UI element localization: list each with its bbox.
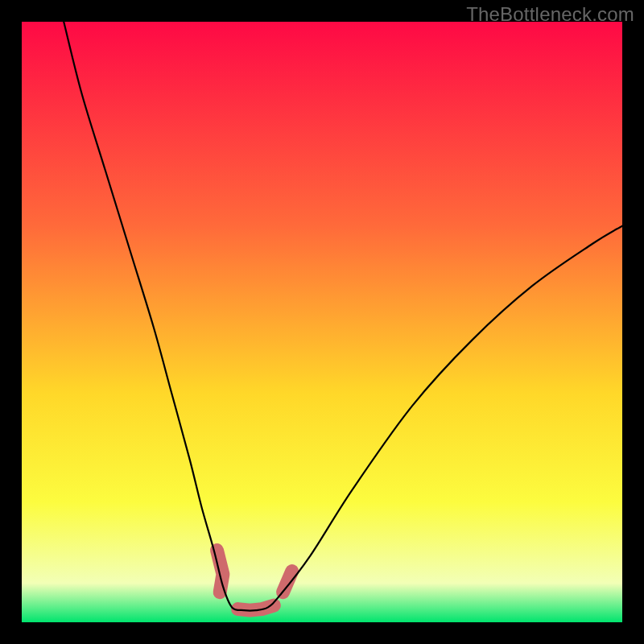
chart-frame: TheBottleneck.com xyxy=(0,0,644,644)
curve-overlay xyxy=(22,22,622,622)
plot-area xyxy=(22,22,622,622)
bottleneck-curve xyxy=(64,22,622,611)
